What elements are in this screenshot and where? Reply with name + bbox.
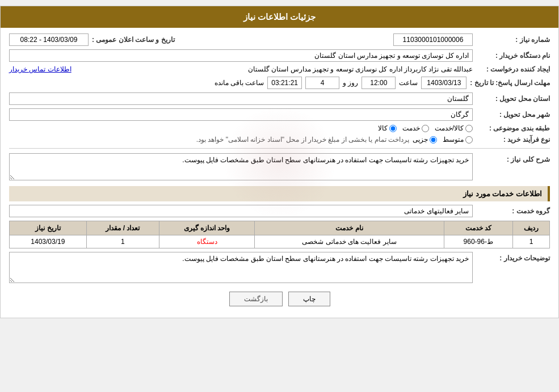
response-time-label: ساعت: [399, 79, 418, 87]
col-header-date: تاریخ نیاز: [10, 221, 87, 235]
response-deadline-label: مهلت ارسال پاسخ: تا تاریخ :: [470, 79, 550, 87]
col-header-row: ردیف: [512, 221, 549, 235]
city-value: گرگان: [9, 108, 473, 121]
need-number-value: 1103000101000006: [393, 33, 473, 46]
divider-1: [9, 148, 550, 149]
purchase-type-radio-motavasset[interactable]: [465, 136, 473, 144]
category-radio-kala[interactable]: [389, 125, 397, 132]
announce-date-label: تاریخ و ساعت اعلان عمومی :: [92, 36, 175, 44]
content-area: شماره نیاز : 1103000101000006 تاریخ و سا…: [1, 28, 558, 318]
province-value: گلستان: [9, 92, 473, 105]
category-label-kala: کالا: [378, 124, 388, 132]
category-label-khedmat: خدمت: [402, 124, 420, 132]
need-number-row: شماره نیاز : 1103000101000006 تاریخ و سا…: [9, 33, 550, 46]
table-row: 1 ط-96-960 سایر فعالیت های خدماتی شخصی د…: [10, 235, 550, 248]
buyer-notes-label: توضیحات خریدار :: [476, 252, 550, 262]
td-quantity: 1: [86, 235, 159, 248]
services-table: ردیف کد خدمت نام خدمت واحد اندازه گیری ت…: [9, 221, 550, 248]
page-wrapper: جزئیات اطلاعات نیاز شماره نیاز : 1103000…: [0, 6, 559, 318]
category-radio-khedmat[interactable]: [422, 125, 429, 132]
requester-value: عبدالله تقی نژاد کاربرداز اداره کل نوساز…: [75, 65, 473, 73]
services-info-title: اطلاعات خدمات مورد نیاز: [9, 186, 550, 201]
service-group-value: سایر فعالیتهای خدماتی: [9, 205, 473, 217]
back-button[interactable]: بازگشت: [229, 292, 283, 306]
response-day-label: روز و: [343, 79, 358, 87]
city-row: شهر محل تحویل : گرگان: [9, 108, 550, 121]
purchase-type-option-motavasset[interactable]: متوسط: [443, 136, 473, 144]
purchase-type-label-motavasset: متوسط: [443, 136, 464, 144]
announce-date-value: 1403/03/09 - 08:22: [9, 33, 89, 46]
print-button[interactable]: چاپ: [288, 292, 330, 306]
buyer-org-value: اداره کل توسازی توسعه و تجهیز مدارس استا…: [9, 49, 473, 62]
category-label: طبقه بندی موضوعی :: [476, 124, 550, 132]
buyer-notes-textarea[interactable]: [9, 252, 473, 283]
page-title: جزئیات اطلاعات نیاز: [243, 12, 316, 22]
category-option-kala-khedmat[interactable]: کالا/خدمت: [435, 124, 473, 132]
response-date: 1403/03/13: [421, 77, 466, 89]
td-service-code: ط-96-960: [444, 235, 512, 248]
category-option-kala[interactable]: کالا: [378, 124, 397, 132]
col-header-code: کد خدمت: [444, 221, 512, 235]
requester-row: ایجاد کننده درخواست : عبدالله تقی نژاد ک…: [9, 65, 550, 73]
city-label: شهر محل تحویل :: [476, 111, 550, 119]
purchase-type-label: نوع فرآیند خرید :: [476, 136, 550, 144]
category-row: طبقه بندی موضوعی : کالا/خدمت خدمت کالا: [9, 124, 550, 132]
page-header: جزئیات اطلاعات نیاز: [1, 6, 558, 28]
buyer-notes-row: توضیحات خریدار :: [9, 252, 550, 283]
remaining-time-label: ساعت باقی مانده: [215, 79, 264, 87]
buyer-org-row: نام دستگاه خریدار : اداره کل توسازی توسع…: [9, 49, 550, 62]
need-number-label: شماره نیاز :: [476, 36, 550, 44]
col-header-unit: واحد اندازه گیری: [159, 221, 254, 235]
col-header-name: نام خدمت: [255, 221, 444, 235]
td-row-num: 1: [512, 235, 549, 248]
button-row: چاپ بازگشت: [9, 292, 550, 306]
category-label-kala-khedmat: کالا/خدمت: [435, 124, 464, 132]
buyer-org-label: نام دستگاه خریدار :: [476, 52, 550, 60]
category-radio-kala-khedmat[interactable]: [465, 125, 473, 132]
category-option-khedmat[interactable]: خدمت: [402, 124, 429, 132]
service-group-row: گروه خدمت : سایر فعالیتهای خدماتی: [9, 205, 550, 217]
response-days: 4: [305, 77, 339, 89]
requester-contact-link[interactable]: اطلاعات تماس خریدار: [9, 65, 72, 73]
requester-label: ایجاد کننده درخواست :: [476, 65, 550, 73]
purchase-type-radio-group: متوسط جزیی: [413, 136, 473, 144]
general-desc-textarea[interactable]: [9, 153, 473, 180]
service-group-label: گروه خدمت :: [476, 207, 550, 215]
response-deadline-row: مهلت ارسال پاسخ: تا تاریخ : 1403/03/13 س…: [9, 77, 550, 89]
purchase-type-option-jozii[interactable]: جزیی: [413, 136, 437, 144]
td-need-date: 1403/03/19: [10, 235, 87, 248]
general-desc-label: شرح کلی نیاز :: [476, 153, 550, 163]
general-desc-row: شرح کلی نیاز :: [9, 153, 550, 180]
province-label: استان محل تحویل :: [476, 95, 550, 103]
purchase-type-radio-jozii[interactable]: [430, 136, 437, 144]
purchase-type-note: پرداخت تمام یا بخشی از مبلغ خریدار از مح…: [9, 136, 409, 144]
col-header-qty: تعداد / مقدار: [86, 221, 159, 235]
province-row: استان محل تحویل : گلستان: [9, 92, 550, 105]
response-time: 12:00: [362, 77, 396, 89]
td-service-name: سایر فعالیت های خدماتی شخصی: [255, 235, 444, 248]
purchase-type-label-jozii: جزیی: [413, 136, 428, 144]
remaining-time: 03:21:21: [267, 77, 302, 89]
category-radio-group: کالا/خدمت خدمت کالا: [378, 124, 473, 132]
td-unit: دستگاه: [159, 235, 254, 248]
purchase-type-row: نوع فرآیند خرید : متوسط جزیی پرداخت تمام…: [9, 136, 550, 144]
